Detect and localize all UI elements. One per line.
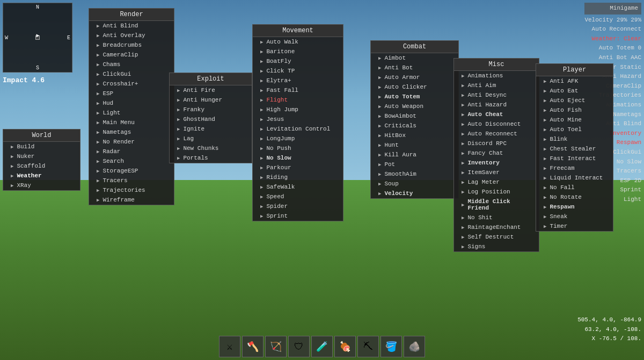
movement-item-elytra[interactable]: ▶Elytra+ <box>253 76 343 85</box>
misc-item-raintage-enchant[interactable]: ▶RaintageEnchant <box>454 222 539 232</box>
world-item-build[interactable]: ▶Build <box>3 142 80 152</box>
misc-item-fancy-chat[interactable]: ▶Fancy Chat <box>454 148 539 158</box>
exploit-item-franky[interactable]: ▶Franky <box>170 105 252 114</box>
player-item-timer[interactable]: ▶Timer <box>536 221 613 231</box>
hotbar-slot-1[interactable]: ⚔ <box>219 336 240 357</box>
world-item-nuker[interactable]: ▶Nuker <box>3 152 80 161</box>
render-item-main-menu[interactable]: ▶Main Menu <box>89 118 174 127</box>
hotbar-slot-7[interactable]: ⛏ <box>357 336 379 357</box>
combat-item-smooth-aim[interactable]: ▶SmoothAim <box>371 169 458 179</box>
movement-item-fast-fall[interactable]: ▶Fast Fall <box>253 85 343 95</box>
player-item-no-rotate[interactable]: ▶No Rotate <box>536 192 613 202</box>
combat-item-hunt[interactable]: ▶Hunt <box>371 140 458 150</box>
movement-item-spider[interactable]: ▶Spider <box>253 201 343 211</box>
player-item-liquid-interact[interactable]: ▶Liquid Interact <box>536 173 613 183</box>
combat-item-criticals[interactable]: ▶Criticals <box>371 121 458 131</box>
render-item-breadcrumbs[interactable]: ▶Breadcrumbs <box>89 40 174 50</box>
exploit-item-ignite[interactable]: ▶Ignite <box>170 124 252 134</box>
render-item-trajectories[interactable]: ▶Trajectories <box>89 185 174 195</box>
exploit-item-lag[interactable]: ▶Lag <box>170 134 252 143</box>
combat-item-anti-bot[interactable]: ▶Anti Bot <box>371 63 458 73</box>
exploit-item-new-chunks[interactable]: ▶New Chunks <box>170 143 252 153</box>
render-item-esp[interactable]: ▶ESP <box>89 89 174 98</box>
misc-item-anti-aim[interactable]: ▶Anti Aim <box>454 81 539 90</box>
combat-item-bow-aimbot[interactable]: ▶BowAimbot <box>371 111 458 121</box>
misc-item-auto-cheat[interactable]: ▶Auto Cheat <box>454 110 539 119</box>
hotbar-slot-4[interactable]: 🛡 <box>288 336 310 357</box>
hotbar-slot-6[interactable]: 🍖 <box>334 336 356 357</box>
movement-item-safe-walk[interactable]: ▶SafeWalk <box>253 182 343 192</box>
render-item-radar[interactable]: ▶Radar <box>89 147 174 156</box>
movement-item-speed[interactable]: ▶Speed <box>253 192 343 201</box>
player-item-freecam[interactable]: ▶Freecam <box>536 163 613 173</box>
movement-item-high-jump[interactable]: ▶High Jump <box>253 105 343 114</box>
render-item-storage-esp[interactable]: ▶StorageESP <box>89 166 174 176</box>
misc-item-lag-meter[interactable]: ▶Lag Meter <box>454 177 539 187</box>
combat-item-hitbox[interactable]: ▶HitBox <box>371 131 458 140</box>
movement-item-jesus[interactable]: ▶Jesus <box>253 114 343 124</box>
misc-item-log-position[interactable]: ▶Log Position <box>454 187 539 197</box>
misc-item-signs[interactable]: ▶Signs <box>454 242 539 251</box>
movement-item-longjump[interactable]: ▶LongJump <box>253 134 343 143</box>
misc-item-middle-click-friend[interactable]: ▶Middle Click Friend <box>454 197 539 213</box>
movement-item-levitation-control[interactable]: ▶Levitation Control <box>253 124 343 134</box>
player-item-fast-interact[interactable]: ▶Fast Interact <box>536 154 613 163</box>
movement-item-boat-fly[interactable]: ▶BoatFly <box>253 56 343 66</box>
render-item-search[interactable]: ▶Search <box>89 156 174 166</box>
combat-item-kill-aura[interactable]: ▶Kill Aura <box>371 150 458 160</box>
render-item-light[interactable]: ▶Light <box>89 108 174 118</box>
render-item-anti-blind[interactable]: ▶Anti Blind <box>89 21 174 31</box>
render-item-anti-overlay[interactable]: ▶Anti Overlay <box>89 31 174 40</box>
combat-item-auto-totem[interactable]: ▶Auto Totem <box>371 92 458 102</box>
misc-item-auto-reconnect[interactable]: ▶Auto Reconnect <box>454 129 539 139</box>
exploit-item-anti-fire[interactable]: ▶Anti Fire <box>170 85 252 95</box>
player-item-auto-toel[interactable]: ▶Auto Toel <box>536 125 613 134</box>
misc-item-item-saver[interactable]: ▶ItemSaver <box>454 168 539 177</box>
misc-item-animations[interactable]: ▶Animations <box>454 71 539 81</box>
world-item-weather[interactable]: ▶Weather <box>3 171 80 181</box>
exploit-item-ghosthand[interactable]: ▶GhostHand <box>170 114 252 124</box>
player-item-auto-eject[interactable]: ▶Auto Eject <box>536 96 613 105</box>
render-item-crosshair[interactable]: ▶Crosshair+ <box>89 79 174 89</box>
render-item-nametags[interactable]: ▶Nametags <box>89 127 174 137</box>
render-item-tracers[interactable]: ▶Tracers <box>89 176 174 185</box>
world-item-xray[interactable]: ▶XRay <box>3 181 80 190</box>
misc-item-no-shit[interactable]: ▶No Shit <box>454 213 539 222</box>
player-item-anti-afk[interactable]: ▶Anti AFK <box>536 76 613 86</box>
misc-item-discord-rpc[interactable]: ▶Discord RPC <box>454 139 539 148</box>
movement-item-sprint[interactable]: ▶Sprint <box>253 211 343 221</box>
movement-item-click-tp[interactable]: ▶Click TP <box>253 66 343 76</box>
hotbar-slot-3[interactable]: 🏹 <box>265 336 287 357</box>
hotbar-slot-8[interactable]: 🪣 <box>380 336 402 357</box>
player-item-auto-fish[interactable]: ▶Auto Fish <box>536 105 613 115</box>
world-item-scaffold[interactable]: ▶Scaffold <box>3 161 80 171</box>
hotbar-slot-5[interactable]: 🧪 <box>311 336 333 357</box>
render-item-wireframe[interactable]: ▶Wireframe <box>89 195 174 205</box>
render-item-chams[interactable]: ▶Chams <box>89 60 174 69</box>
misc-item-anti-hazard[interactable]: ▶Anti Hazard <box>454 100 539 110</box>
hotbar-slot-2[interactable]: 🪓 <box>242 336 264 357</box>
player-item-auto-mine[interactable]: ▶Auto Mine <box>536 115 613 125</box>
render-item-camera-clip[interactable]: ▶CameraClip <box>89 50 174 60</box>
misc-item-self-destruct[interactable]: ▶Self Destruct <box>454 232 539 242</box>
player-item-respawn[interactable]: ▶Respawn <box>536 202 613 212</box>
misc-item-auto-disconnect[interactable]: ▶Auto Disconnect <box>454 119 539 129</box>
exploit-item-anti-hunger[interactable]: ▶Anti Hunger <box>170 95 252 105</box>
player-item-no-fall[interactable]: ▶No Fall <box>536 183 613 192</box>
player-item-blink[interactable]: ▶Blink <box>536 134 613 144</box>
movement-item-flight[interactable]: ▶Flight <box>253 95 343 105</box>
movement-item-auto-walk[interactable]: ▶Auto Walk <box>253 37 343 47</box>
misc-item-anti-desync[interactable]: ▶Anti Desync <box>454 90 539 100</box>
movement-item-parkour[interactable]: ▶Parkour <box>253 163 343 172</box>
render-item-hud[interactable]: ▶Hud <box>89 98 174 108</box>
combat-item-auto-weapon[interactable]: ▶Auto Weapon <box>371 102 458 111</box>
movement-item-baritone[interactable]: ▶Baritone <box>253 47 343 56</box>
combat-item-aimbot[interactable]: ▶Aimbot <box>371 53 458 63</box>
movement-item-riding[interactable]: ▶Riding <box>253 172 343 182</box>
player-item-auto-eat[interactable]: ▶Auto Eat <box>536 86 613 96</box>
movement-item-no-push[interactable]: ▶No Push <box>253 143 343 153</box>
hotbar-slot-9[interactable]: 🪨 <box>404 336 425 357</box>
combat-item-pot[interactable]: ▶Pot <box>371 160 458 169</box>
movement-item-no-slow[interactable]: ▶No Slow <box>253 153 343 163</box>
combat-item-auto-armor[interactable]: ▶Auto Armor <box>371 73 458 82</box>
